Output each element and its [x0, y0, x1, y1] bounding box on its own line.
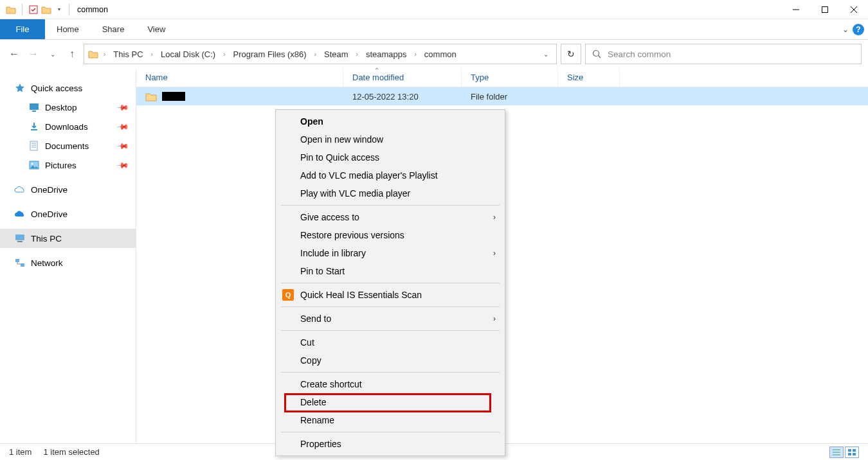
address-bar[interactable]: › This PC › Local Disk (C:) › Program Fi…: [84, 44, 557, 64]
pin-icon: 📌: [116, 120, 130, 134]
maximize-button[interactable]: [810, 0, 839, 19]
column-date[interactable]: Date modified: [343, 68, 462, 87]
cm-separator: [281, 372, 500, 373]
qat-divider: [22, 4, 23, 15]
sidebar-item-label: Downloads: [45, 122, 88, 132]
documents-icon: [28, 141, 40, 151]
svg-rect-25: [848, 453, 851, 456]
sidebar-item-onedrive-2[interactable]: OneDrive: [0, 204, 136, 224]
pin-icon: 📌: [116, 159, 130, 172]
cm-pin-start[interactable]: Pin to Start: [276, 262, 505, 280]
folder-small-icon[interactable]: [41, 4, 52, 15]
file-name-cell: [136, 87, 343, 105]
column-type[interactable]: Type: [462, 68, 558, 87]
cloud-icon: [14, 184, 26, 195]
svg-line-6: [599, 56, 601, 58]
recent-dropdown-icon[interactable]: ⌄: [45, 46, 60, 62]
cm-properties[interactable]: Properties: [276, 435, 505, 453]
sidebar-item-documents[interactable]: Documents 📌: [0, 136, 136, 155]
cm-cut[interactable]: Cut: [276, 333, 505, 351]
quick-access-toolbar: ▾: [0, 4, 65, 15]
cm-pin-quick-access[interactable]: Pin to Quick access: [276, 148, 505, 166]
status-item-count: 1 item: [9, 447, 32, 457]
cm-copy[interactable]: Copy: [276, 351, 505, 369]
sidebar-item-network[interactable]: Network: [0, 253, 136, 272]
chevron-right-icon[interactable]: ›: [412, 51, 419, 58]
cm-add-vlc-playlist[interactable]: Add to VLC media player's Playlist: [276, 166, 505, 184]
cm-label: Include in library: [300, 248, 366, 258]
sidebar-item-onedrive[interactable]: OneDrive: [0, 180, 136, 199]
redacted-name: [162, 92, 185, 101]
sidebar-item-label: Desktop: [45, 103, 77, 112]
cm-include-library[interactable]: Include in library›: [276, 244, 505, 262]
cm-open-new-window[interactable]: Open in new window: [276, 130, 505, 148]
breadcrumb-steam[interactable]: Steam: [321, 48, 351, 60]
file-type-cell: File folder: [462, 87, 558, 105]
file-row[interactable]: 12-05-2022 13:20 File folder: [136, 87, 868, 105]
chevron-right-icon[interactable]: ›: [354, 51, 361, 58]
chevron-right-icon[interactable]: ›: [149, 51, 156, 58]
download-icon: [28, 121, 40, 132]
cm-rename[interactable]: Rename: [276, 411, 505, 429]
thumbnails-view-button[interactable]: [845, 447, 859, 458]
cm-restore-previous[interactable]: Restore previous versions: [276, 226, 505, 244]
column-name[interactable]: Name: [136, 68, 343, 87]
properties-icon[interactable]: [28, 4, 39, 15]
chevron-right-icon[interactable]: ›: [312, 51, 319, 58]
cm-separator: [281, 306, 500, 307]
sidebar-item-quick-access[interactable]: Quick access: [0, 78, 136, 98]
svg-rect-23: [848, 449, 851, 452]
up-button[interactable]: ↑: [64, 46, 80, 62]
tab-home[interactable]: Home: [45, 19, 91, 39]
close-button[interactable]: [839, 0, 868, 19]
qat-dropdown-icon[interactable]: ▾: [53, 4, 65, 15]
sidebar-item-downloads[interactable]: Downloads 📌: [0, 117, 136, 136]
cm-give-access-to[interactable]: Give access to›: [276, 208, 505, 226]
breadcrumb-program-files[interactable]: Program Files (x86): [231, 48, 309, 60]
sidebar-item-desktop[interactable]: Desktop 📌: [0, 98, 136, 117]
cm-open[interactable]: Open: [276, 112, 505, 130]
file-tab[interactable]: File: [0, 19, 45, 39]
folder-icon: [88, 49, 98, 58]
svg-rect-17: [17, 241, 23, 242]
cm-separator: [281, 330, 500, 331]
svg-point-5: [593, 51, 599, 57]
cm-quickheal-scan[interactable]: QQuick Heal IS Essentials Scan: [276, 286, 505, 304]
svg-rect-16: [15, 234, 24, 240]
chevron-right-icon[interactable]: ›: [101, 51, 108, 58]
window-controls: [781, 0, 868, 19]
cm-create-shortcut[interactable]: Create shortcut: [276, 375, 505, 393]
minimize-button[interactable]: [781, 0, 810, 19]
sidebar-item-this-pc[interactable]: This PC: [0, 229, 136, 248]
chevron-right-icon: ›: [493, 314, 496, 323]
chevron-right-icon[interactable]: ›: [221, 51, 228, 58]
sidebar-item-label: Quick access: [31, 84, 82, 93]
back-button[interactable]: ←: [6, 46, 22, 62]
cm-delete[interactable]: Delete: [276, 393, 505, 411]
breadcrumb-common[interactable]: common: [422, 48, 459, 60]
chevron-right-icon: ›: [493, 249, 496, 258]
forward-button[interactable]: →: [26, 46, 41, 62]
cm-label: Give access to: [300, 212, 359, 222]
svg-rect-7: [30, 103, 39, 110]
svg-rect-19: [21, 263, 24, 267]
ribbon-expand-icon[interactable]: ⌄: [842, 25, 849, 34]
sidebar-item-pictures[interactable]: Pictures 📌: [0, 155, 136, 175]
file-date-cell: 12-05-2022 13:20: [343, 87, 462, 105]
pictures-icon: [28, 160, 40, 170]
column-headers: Name ⌃ Date modified Type Size: [136, 68, 868, 87]
search-input[interactable]: [608, 49, 854, 59]
cm-send-to[interactable]: Send to›: [276, 310, 505, 328]
address-dropdown-icon[interactable]: ⌄: [539, 51, 552, 58]
tab-view[interactable]: View: [136, 19, 177, 39]
details-view-button[interactable]: [829, 447, 844, 458]
help-icon[interactable]: ?: [853, 24, 864, 35]
cm-play-vlc[interactable]: Play with VLC media player: [276, 184, 505, 202]
search-box[interactable]: [585, 44, 862, 64]
breadcrumb-this-pc[interactable]: This PC: [111, 48, 145, 60]
refresh-button[interactable]: ↻: [561, 44, 581, 64]
breadcrumb-steamapps[interactable]: steamapps: [363, 48, 410, 60]
breadcrumb-local-disk[interactable]: Local Disk (C:): [158, 48, 218, 60]
tab-share[interactable]: Share: [91, 19, 136, 39]
column-size[interactable]: Size: [558, 68, 620, 87]
